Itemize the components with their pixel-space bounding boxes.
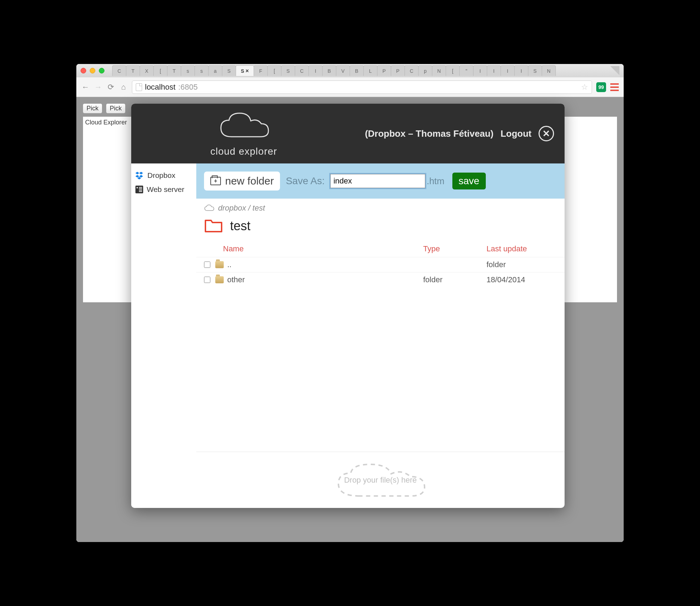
sidebar-item-dropbox[interactable]: Dropbox (131, 168, 196, 182)
file-browser: new folder Save As: .htm save dropbox / … (196, 163, 565, 508)
browser-tab[interactable]: S (222, 65, 236, 76)
browser-tab[interactable]: F (254, 65, 268, 76)
browser-tab[interactable]: T (167, 65, 181, 76)
browser-tab[interactable]: S (528, 65, 542, 76)
row-date: 18/04/2014 (486, 275, 557, 284)
cloud-logo-icon (216, 110, 272, 144)
browser-tab[interactable]: I (308, 65, 323, 76)
window-controls (81, 68, 104, 73)
modal-header: cloud explorer (Dropbox – Thomas Fétivea… (131, 104, 565, 163)
browser-tab[interactable]: [ (153, 65, 167, 76)
row-date: folder (486, 260, 557, 269)
folder-icon (215, 276, 224, 283)
dropzone[interactable]: Drop your file(s) here (196, 452, 565, 508)
browser-tab[interactable]: L (363, 65, 377, 76)
dashed-cloud-icon (331, 463, 430, 501)
folder-icon (215, 261, 224, 268)
url-port: :6805 (178, 83, 198, 92)
sidebar-item-webserver[interactable]: Web server (131, 182, 196, 196)
browser-tab[interactable]: C (112, 65, 126, 76)
new-folder-label: new folder (225, 175, 274, 187)
current-folder: test (196, 218, 565, 241)
filename-input[interactable] (330, 174, 425, 188)
row-name: other (227, 275, 423, 284)
current-folder-name: test (230, 219, 250, 233)
breadcrumb-path[interactable]: dropbox / test (218, 204, 265, 213)
browser-toolbar: ← → ⟳ ⌂ localhost:6805 ☆ 99 (76, 77, 624, 97)
table-header: Name Type Last update (196, 241, 565, 257)
row-checkbox[interactable] (204, 277, 210, 283)
new-folder-icon (210, 177, 221, 185)
reload-button[interactable]: ⟳ (107, 83, 115, 91)
browser-tab[interactable]: B (322, 65, 336, 76)
close-tab-icon[interactable]: × (246, 68, 249, 74)
page-icon (136, 83, 142, 91)
browser-tab[interactable]: I (514, 65, 528, 76)
browser-tab[interactable]: X (140, 65, 154, 76)
sidebar-item-label: Dropbox (147, 171, 175, 180)
resize-corner-icon (610, 66, 619, 75)
hangouts-extension-icon[interactable]: 99 (596, 82, 606, 92)
table-row[interactable]: otherfolder18/04/2014 (196, 272, 565, 287)
column-name[interactable]: Name (204, 244, 423, 253)
browser-tab[interactable]: s (181, 65, 195, 76)
breadcrumb: dropbox / test (196, 199, 565, 218)
browser-tab[interactable]: " (459, 65, 473, 76)
bookmark-star-icon[interactable]: ☆ (581, 83, 588, 92)
back-button[interactable]: ← (81, 83, 90, 91)
browser-tab[interactable]: p (418, 65, 432, 76)
browser-tab[interactable]: I (487, 65, 501, 76)
browser-tab[interactable]: T (126, 65, 140, 76)
url-host: localhost (145, 83, 176, 92)
browser-tab[interactable]: a (208, 65, 222, 76)
row-type: folder (423, 275, 486, 284)
folder-open-icon (204, 218, 224, 234)
browser-tab[interactable]: B (350, 65, 364, 76)
close-window-button[interactable] (81, 68, 86, 73)
browser-tab[interactable]: I (473, 65, 487, 76)
zoom-window-button[interactable] (99, 68, 104, 73)
pick-button[interactable]: Pick (83, 103, 102, 114)
browser-tab[interactable]: [ (446, 65, 460, 76)
table-row[interactable]: ..folder (196, 257, 565, 272)
browser-window: CTX[TssaSS×F[SCIBVBLPPCpN["IIIISN ← → ⟳ … (76, 64, 624, 542)
home-button[interactable]: ⌂ (119, 83, 128, 91)
browser-tab[interactable]: N (432, 65, 446, 76)
new-folder-button[interactable]: new folder (204, 172, 280, 191)
browser-tab[interactable]: I (501, 65, 515, 76)
minimize-window-button[interactable] (90, 68, 95, 73)
address-bar[interactable]: localhost:6805 ☆ (132, 80, 592, 94)
dropbox-icon (135, 171, 144, 180)
panel-title: Cloud Explorer (85, 119, 127, 126)
row-name: .. (227, 260, 423, 269)
column-date[interactable]: Last update (486, 244, 557, 253)
pick-button[interactable]: Pick (106, 103, 126, 114)
forward-button[interactable]: → (94, 83, 102, 91)
action-bar: new folder Save As: .htm save (196, 163, 565, 199)
browser-tab[interactable]: s (195, 65, 209, 76)
extension-label: .htm (427, 176, 445, 187)
tab-strip: CTX[TssaSS×F[SCIBVBLPPCpN["IIIISN (112, 65, 605, 76)
browser-tab[interactable]: C (295, 65, 309, 76)
file-list: ..folderotherfolder18/04/2014 (196, 257, 565, 287)
row-checkbox[interactable] (204, 262, 210, 268)
browser-tab[interactable]: P (377, 65, 391, 76)
titlebar: CTX[TssaSS×F[SCIBVBLPPCpN["IIIISN (76, 64, 624, 77)
browser-tab[interactable]: [ (267, 65, 281, 76)
browser-tab[interactable]: P (391, 65, 405, 76)
save-as-label: Save As: (286, 175, 325, 187)
menu-button[interactable] (610, 83, 619, 91)
close-modal-button[interactable]: ✕ (539, 126, 554, 141)
page-content: Pick Pick Cloud Explorer cloud explorer … (76, 97, 624, 542)
browser-tab[interactable]: S× (236, 65, 254, 76)
browser-tab[interactable]: C (405, 65, 419, 76)
logout-link[interactable]: Logout (501, 128, 532, 139)
cloud-icon (204, 205, 215, 212)
cloud-explorer-modal: cloud explorer (Dropbox – Thomas Fétivea… (131, 104, 565, 508)
browser-tab[interactable]: N (542, 65, 556, 76)
sidebar-item-label: Web server (147, 185, 184, 194)
browser-tab[interactable]: V (336, 65, 350, 76)
column-type[interactable]: Type (423, 244, 486, 253)
browser-tab[interactable]: S (281, 65, 295, 76)
save-button[interactable]: save (452, 173, 486, 189)
